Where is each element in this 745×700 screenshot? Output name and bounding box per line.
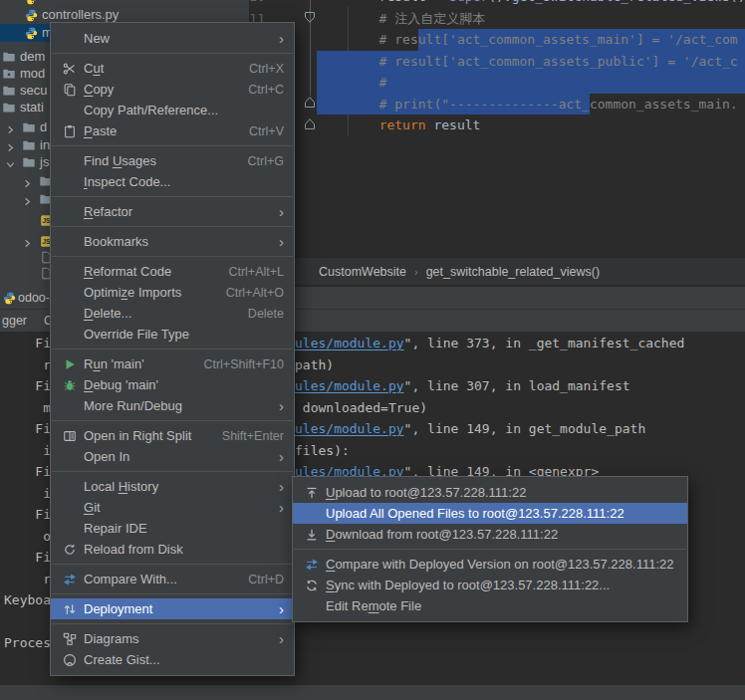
menu-item-label: Reformat Code bbox=[84, 264, 171, 279]
icon-spacer bbox=[62, 479, 78, 495]
code-line[interactable]: # result['act_common_assets_main'] = '/a… bbox=[317, 29, 738, 51]
menu-item-paste[interactable]: PasteCtrl+V bbox=[51, 120, 294, 141]
code-token: # print("--------------act_common_assets… bbox=[317, 97, 738, 112]
icon-spacer bbox=[62, 153, 78, 169]
console-line: downloaded=True) bbox=[295, 397, 427, 419]
tab-debugger[interactable]: gger bbox=[2, 314, 27, 328]
deploy-item-download-from-root-123-57-228-111-22[interactable]: Download from root@123.57.228.111:22 bbox=[293, 524, 687, 545]
split-icon bbox=[62, 428, 78, 444]
menu-item-override-file-type[interactable]: Override File Type bbox=[51, 324, 294, 345]
menu-item-debug-main[interactable]: Debug 'main' bbox=[51, 374, 294, 395]
stack-trace-file-link[interactable]: ules/module.py bbox=[295, 336, 404, 350]
stack-trace-file-link[interactable]: ules/module.py bbox=[295, 378, 404, 393]
menu-item-reformat-code[interactable]: Reformat CodeCtrl+Alt+L bbox=[51, 261, 294, 282]
menu-item-label: Paste bbox=[84, 123, 117, 138]
debug-icon bbox=[62, 377, 78, 393]
menu-item-create-gist[interactable]: Create Gist... bbox=[51, 649, 294, 670]
menu-item-diagrams[interactable]: Diagrams› bbox=[51, 628, 294, 649]
menu-item-compare-with[interactable]: Compare With...Ctrl+D bbox=[51, 569, 294, 589]
code-line[interactable]: # result['act_common_assets_public'] = '… bbox=[317, 51, 738, 73]
breadcrumb-item-class[interactable]: CustomWebsite bbox=[319, 265, 406, 279]
code-line[interactable]: # 注入自定义脚本 bbox=[317, 8, 485, 30]
menu-item-more-run-debug[interactable]: More Run/Debug› bbox=[51, 395, 294, 416]
menu-item-label: Sync with Deployed to root@123.57.228.11… bbox=[326, 578, 610, 592]
menu-item-shortcut: Ctrl+D bbox=[232, 573, 284, 586]
menu-separator bbox=[52, 471, 293, 472]
menu-item-label: Debug 'main' bbox=[84, 377, 158, 392]
folder-icon bbox=[2, 101, 16, 118]
menu-separator bbox=[52, 593, 293, 594]
menu-item-label: Copy Path/Reference... bbox=[84, 103, 218, 117]
icon-spacer bbox=[62, 264, 78, 280]
menu-item-open-in[interactable]: Open In› bbox=[51, 446, 294, 467]
menu-item-cut[interactable]: CutCtrl+X bbox=[51, 58, 294, 79]
deploy-item-upload-all-opened-files-to-root-123-57-228-111-22[interactable]: Upload All Opened Files to root@123.57.2… bbox=[293, 503, 687, 524]
menu-item-label: New bbox=[84, 31, 110, 46]
menu-item-label: Edit Remote File bbox=[326, 598, 421, 613]
python-icon bbox=[3, 291, 16, 309]
code-line[interactable]: result = super().get_switchable_related_… bbox=[317, 0, 745, 8]
code-line[interactable]: # print("--------------act_common_assets… bbox=[317, 94, 738, 116]
menu-item-shortcut: Ctrl+C bbox=[232, 83, 284, 97]
submenu-arrow-icon: › bbox=[263, 399, 284, 413]
menu-item-local-history[interactable]: Local History› bbox=[51, 476, 294, 497]
context-menu: New›CutCtrl+XCopyCtrl+CCopy Path/Referen… bbox=[50, 22, 295, 676]
icon-spacer bbox=[62, 103, 78, 118]
menu-item-bookmarks[interactable]: Bookmarks› bbox=[51, 231, 294, 252]
menu-item-deployment[interactable]: Deployment› bbox=[51, 598, 294, 619]
menu-item-inspect-code[interactable]: Inspect Code... bbox=[51, 171, 294, 192]
deploy-item-sync-with-deployed-to-root-123-57-228-111-22[interactable]: Sync with Deployed to root@123.57.228.11… bbox=[293, 575, 687, 595]
fold-collapse-icon[interactable] bbox=[304, 10, 316, 28]
menu-item-open-in-right-split[interactable]: Open in Right SplitShift+Enter bbox=[51, 425, 294, 446]
chevron-right-icon[interactable] bbox=[22, 193, 33, 211]
console-line: files): bbox=[295, 440, 350, 462]
menu-item-label: Inspect Code... bbox=[84, 174, 170, 189]
code-token: return bbox=[379, 117, 426, 132]
menu-item-copy[interactable]: CopyCtrl+C bbox=[51, 79, 294, 100]
run-tab-title[interactable]: odoo- bbox=[18, 291, 50, 305]
deploy-item-edit-remote-file[interactable]: Edit Remote File bbox=[293, 595, 687, 616]
deployment-submenu: Upload to root@123.57.228.111:22Upload A… bbox=[292, 476, 688, 622]
tree-item-label: js bbox=[40, 154, 49, 169]
menu-item-label: Override File Type bbox=[84, 327, 189, 342]
submenu-arrow-icon: › bbox=[263, 205, 284, 219]
icon-spacer bbox=[304, 506, 320, 522]
submenu-arrow-icon: › bbox=[263, 235, 284, 249]
deploy-item-upload-to-root-123-57-228-111-22[interactable]: Upload to root@123.57.228.111:22 bbox=[293, 482, 687, 503]
menu-item-label: Upload All Opened Files to root@123.57.2… bbox=[326, 506, 624, 521]
stack-trace-file-link[interactable]: ules/module.py bbox=[295, 421, 404, 436]
deployment-icon bbox=[62, 601, 78, 617]
menu-item-run-main[interactable]: Run 'main'Ctrl+Shift+F10 bbox=[51, 353, 294, 374]
menu-item-shortcut: Shift+Enter bbox=[206, 429, 284, 443]
code-token: super bbox=[449, 0, 488, 4]
menu-item-git[interactable]: Git› bbox=[51, 497, 294, 518]
code-line[interactable]: return result bbox=[317, 115, 480, 136]
deploy-item-compare-with-deployed-version-on-root-123-57-228-111-22[interactable]: Compare with Deployed Version on root@12… bbox=[293, 554, 687, 575]
fold-end-icon[interactable] bbox=[304, 95, 316, 113]
menu-item-optimize-imports[interactable]: Optimize ImportsCtrl+Alt+O bbox=[51, 282, 294, 303]
code-line[interactable]: # bbox=[317, 72, 386, 94]
icon-spacer bbox=[62, 174, 78, 190]
code-token: # result['act_common_assets_main'] = '/a… bbox=[317, 32, 738, 47]
breadcrumb-item-method[interactable]: get_switchable_related_views() bbox=[426, 265, 600, 279]
menu-item-reload-from-disk[interactable]: Reload from Disk bbox=[51, 539, 294, 560]
stack-trace-text: ", line 373, in _get_manifest_cached bbox=[404, 336, 685, 350]
tree-item-label: stati bbox=[20, 100, 44, 115]
tree-item-label: in bbox=[40, 137, 50, 152]
menu-item-refactor[interactable]: Refactor› bbox=[51, 201, 294, 222]
menu-item-find-usages[interactable]: Find UsagesCtrl+G bbox=[51, 150, 294, 171]
menu-item-label: Open In bbox=[84, 449, 129, 464]
fold-end-icon[interactable] bbox=[304, 117, 316, 134]
menu-item-repair-ide[interactable]: Repair IDE bbox=[51, 518, 294, 539]
code-token: (). bbox=[488, 0, 511, 4]
code-token: # bbox=[317, 75, 386, 90]
breadcrumb-separator-icon: › bbox=[414, 266, 418, 278]
menu-item-copy-path-reference[interactable]: Copy Path/Reference... bbox=[51, 100, 294, 120]
menu-item-label: Create Gist... bbox=[84, 652, 160, 667]
menu-item-label: Compare With... bbox=[84, 572, 177, 586]
menu-item-label: Upload to root@123.57.228.111:22 bbox=[326, 485, 526, 500]
run-icon bbox=[62, 356, 78, 372]
menu-item-new[interactable]: New› bbox=[51, 28, 294, 49]
console-line: ules/module.py", line 373, in _get_manif… bbox=[295, 333, 684, 354]
menu-item-delete[interactable]: Delete...Delete bbox=[51, 303, 294, 324]
